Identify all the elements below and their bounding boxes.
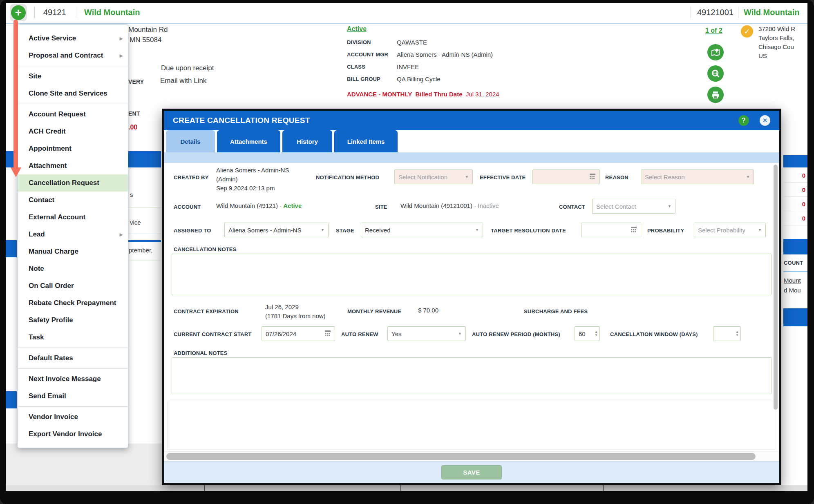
plus-icon: + xyxy=(11,5,26,20)
bg-section-bar xyxy=(128,151,161,167)
info-value: QA Billing Cycle xyxy=(397,75,493,83)
menu-item[interactable]: Next Invoice Message ▶ xyxy=(18,370,128,388)
bg-site-link-fragment[interactable]: Mount xyxy=(784,277,801,284)
menu-item-label: Default Rates xyxy=(29,354,73,362)
cancellation-window-stepper[interactable]: ▲▼ xyxy=(713,326,741,341)
menu-item[interactable]: Note ▶ xyxy=(18,260,128,277)
site-pager-link[interactable]: 1 of 2 xyxy=(705,27,722,34)
menu-item-label: Note xyxy=(29,265,44,272)
add-context-menu: Active Service ▶ Proposal and Contract ▶… xyxy=(17,25,128,448)
menu-item[interactable]: Default Rates ▶ xyxy=(18,350,128,367)
create-cancellation-request-modal: CREATE CANCELLATION REQUEST ? ✕ Details … xyxy=(162,109,781,485)
menu-item[interactable]: Appointment ▶ xyxy=(18,140,128,157)
menu-item[interactable]: ACH Credit ▶ xyxy=(18,123,128,140)
bg-middle-strip: s vice ptember, xyxy=(128,25,161,485)
notification-method-label: NOTIFICATION METHOD xyxy=(316,174,379,181)
assigned-to-select[interactable]: Aliena Somers - Admin-NS ▼ xyxy=(224,223,329,237)
bg-fragment-ptember: ptember, xyxy=(129,247,152,254)
bg-site-link-fragment: d Mou xyxy=(784,287,801,294)
created-by-value: Aliena Somers - Admin-NS (Admin) Sep 9,2… xyxy=(216,166,289,193)
account-label: ACCOUNT xyxy=(174,204,201,210)
bg-amount-cell: 0 xyxy=(783,183,807,197)
menu-item[interactable]: Proposal and Contract ▶ xyxy=(18,47,128,64)
additional-notes-label: ADDITIONAL NOTES xyxy=(174,350,228,356)
close-icon[interactable]: ✕ xyxy=(760,115,770,126)
spinner-arrows-icon[interactable]: ▲▼ xyxy=(736,330,739,337)
effective-date-label: EFFECTIVE DATE xyxy=(480,174,526,181)
menu-item[interactable]: Manual Charge ▶ xyxy=(18,243,128,260)
effective-date-input[interactable] xyxy=(532,169,600,184)
menu-item-label: Task xyxy=(29,333,44,341)
info-value: QAWASTE xyxy=(397,38,493,47)
contact-label: CONTACT xyxy=(559,204,585,210)
menu-item-label: On Call Order xyxy=(29,282,74,290)
help-icon[interactable]: ? xyxy=(738,115,749,126)
menu-item[interactable]: Cancellation Request ▶ xyxy=(18,174,128,192)
probability-select[interactable]: Select Probability ▼ xyxy=(694,223,766,237)
menu-item[interactable]: External Account ▶ xyxy=(18,209,128,226)
contract-expiration-value: Jul 26, 2029 (1781 Days from now) xyxy=(265,303,326,321)
chevron-down-icon: ▼ xyxy=(746,175,750,179)
auto-renew-period-stepper[interactable]: 60 ▲▼ xyxy=(575,326,600,341)
tab-attachments[interactable]: Attachments xyxy=(217,130,280,152)
modal-footer: SAVE xyxy=(164,461,779,483)
info-value: INVFEE xyxy=(397,63,493,71)
contact-select[interactable]: Select Contact ▼ xyxy=(592,199,675,214)
menu-item[interactable]: Rebate Check Prepayment ▶ xyxy=(18,294,128,312)
target-resolution-date-input[interactable] xyxy=(581,223,641,237)
menu-item[interactable]: Safety Profile ▶ xyxy=(18,312,128,329)
billed-thru-label: Billed Thru Date xyxy=(416,91,463,98)
menu-item[interactable]: Account Request ▶ xyxy=(18,106,128,123)
modal-header: CREATE CANCELLATION REQUEST ? ✕ xyxy=(164,111,779,130)
stage-select[interactable]: Received ▼ xyxy=(361,223,483,237)
auto-renew-select[interactable]: Yes ▼ xyxy=(387,326,466,341)
billed-thru-value: Jul 31, 2024 xyxy=(466,91,499,98)
globe-search-icon[interactable] xyxy=(707,65,724,82)
menu-item[interactable]: Lead ▶ xyxy=(18,226,128,243)
application-window: Mountain Rd MN 55084 Due upon receipt VE… xyxy=(0,0,814,504)
site-name[interactable]: Wild Mountain xyxy=(744,8,799,17)
menu-item[interactable]: Active Service ▶ xyxy=(18,30,128,47)
print-icon[interactable] xyxy=(707,87,724,103)
info-label: BILL GROUP xyxy=(347,75,397,83)
menu-item[interactable]: Clone Site and Services ▶ xyxy=(18,85,128,102)
tab-details[interactable]: Details xyxy=(166,130,215,152)
menu-item[interactable]: On Call Order ▶ xyxy=(18,277,128,294)
modal-title: CREATE CANCELLATION REQUEST xyxy=(173,116,310,125)
account-name[interactable]: Wild Mountain xyxy=(84,8,140,17)
notification-method-select[interactable]: Select Notification ▼ xyxy=(394,169,473,184)
tab-history[interactable]: History xyxy=(282,130,332,152)
menu-item[interactable]: Vendor Invoice ▶ xyxy=(18,408,128,426)
cancellation-notes-textarea[interactable] xyxy=(172,254,772,295)
info-label: DIVISION xyxy=(347,38,397,47)
reason-label: REASON xyxy=(605,174,628,181)
menu-item[interactable]: Task ▶ xyxy=(18,329,128,346)
site-status-link[interactable]: Active xyxy=(347,25,367,33)
menu-item[interactable]: Attachment ▶ xyxy=(18,157,128,174)
vertical-scrollbar[interactable] xyxy=(773,164,778,450)
tab-linked-items[interactable]: Linked Items xyxy=(334,130,398,152)
info-value: Aliena Somers - Admin-NS (Admin) xyxy=(397,51,493,59)
add-button[interactable]: + xyxy=(10,4,27,21)
menu-item-label: Contact xyxy=(29,196,54,204)
menu-item[interactable]: Export Vendor Invoice ▶ xyxy=(18,426,128,443)
save-button[interactable]: SAVE xyxy=(441,465,502,479)
menu-item[interactable]: Contact ▶ xyxy=(18,192,128,209)
calendar-icon xyxy=(324,330,331,338)
map-icon[interactable] xyxy=(707,44,724,60)
current-contract-start-input[interactable]: 07/26/2024 xyxy=(262,326,335,341)
probability-label: PROBABILITY xyxy=(647,227,684,234)
empty-panel xyxy=(167,401,775,450)
horizontal-scrollbar[interactable] xyxy=(164,451,779,461)
modal-body: CREATED BY Aliena Somers - Admin-NS (Adm… xyxy=(164,163,779,451)
menu-item[interactable]: Site ▶ xyxy=(18,68,128,85)
reason-select[interactable]: Select Reason ▼ xyxy=(641,169,754,184)
additional-notes-textarea[interactable] xyxy=(172,357,772,394)
vertical-scrollbar-thumb[interactable] xyxy=(774,165,778,410)
bg-count-fragment: COUNT xyxy=(784,260,803,266)
menu-item-label: Active Service xyxy=(29,34,76,42)
horizontal-scrollbar-thumb[interactable] xyxy=(166,453,756,460)
annotation-arrow-line xyxy=(13,20,18,168)
spinner-arrows-icon[interactable]: ▲▼ xyxy=(595,330,598,337)
menu-item[interactable]: Send Email ▶ xyxy=(18,388,128,405)
